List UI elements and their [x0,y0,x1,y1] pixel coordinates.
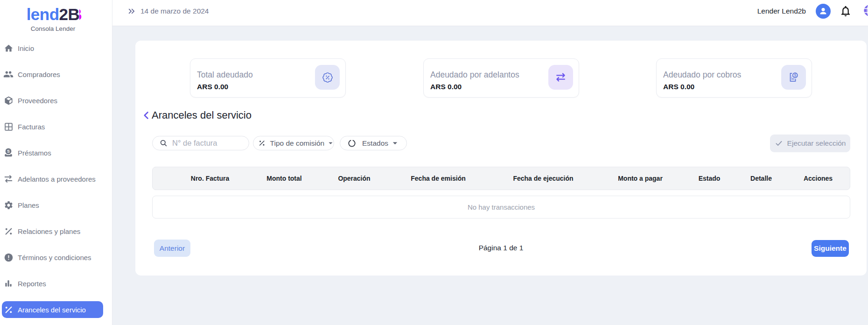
svg-text:S: S [7,149,10,154]
svg-text:$: $ [794,73,796,78]
